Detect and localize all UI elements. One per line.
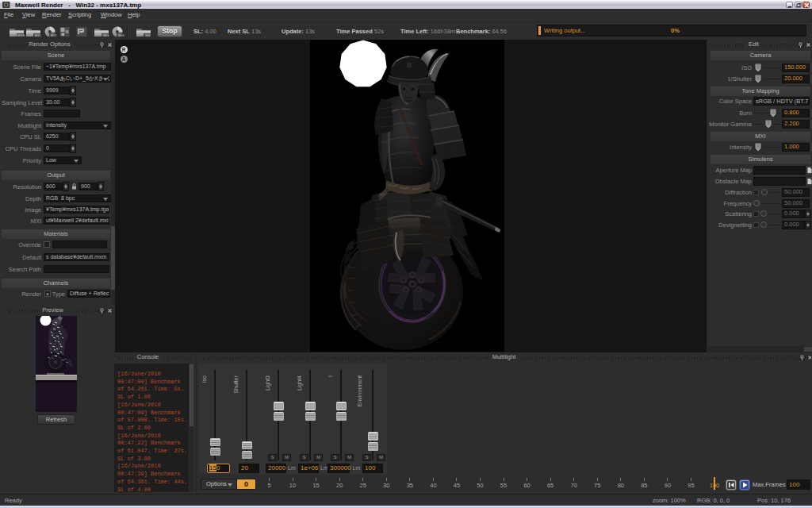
- svg-text:IMG: IMG: [103, 33, 109, 37]
- svg-text:MS: MS: [145, 33, 150, 37]
- svg-text:IMG: IMG: [118, 33, 124, 37]
- svg-text:MXI: MXI: [35, 33, 40, 37]
- svg-text:MXI: MXI: [51, 33, 56, 37]
- svg-text:MXS: MXS: [17, 33, 25, 37]
